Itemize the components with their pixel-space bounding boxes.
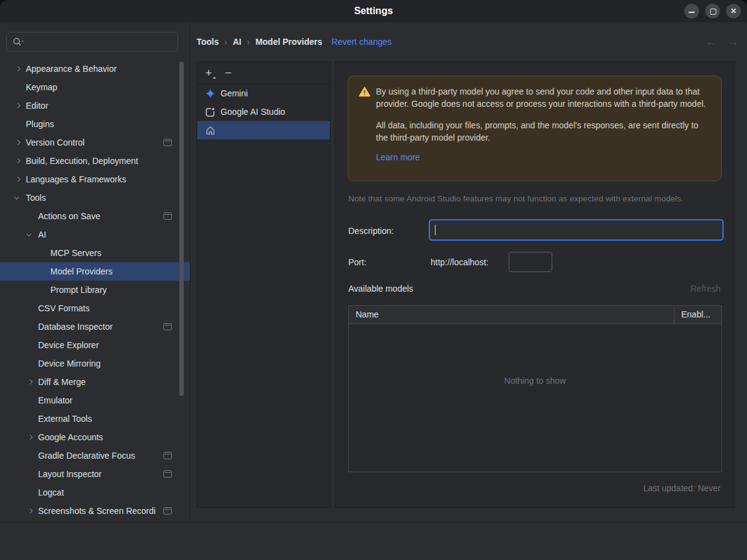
remove-provider-button[interactable]: −: [225, 67, 232, 79]
ai-studio-icon: [205, 106, 216, 117]
sidebar-item-label: Version Control: [26, 138, 163, 147]
sidebar-item-label: Emulator: [38, 395, 186, 405]
sidebar-item-keymap[interactable]: Keymap: [0, 78, 190, 96]
forward-icon[interactable]: →: [727, 36, 738, 49]
sidebar-item-label: Diff & Merge: [38, 377, 186, 387]
sidebar-item-label: External Tools: [38, 414, 186, 424]
external-models-note: Note that some Android Studio features m…: [348, 194, 684, 203]
sidebar-item-device-mirroring[interactable]: Device Mirroring: [0, 354, 190, 373]
sidebar-item-prompt-library[interactable]: Prompt Library: [0, 281, 190, 299]
sidebar-item-layout-inspector[interactable]: Layout Inspector: [0, 465, 190, 483]
sidebar-item-diff-merge[interactable]: Diff & Merge: [0, 373, 190, 391]
sidebar-item-label: Editor: [26, 101, 186, 111]
home-icon: [205, 125, 216, 136]
sidebar-item-ai[interactable]: AI: [0, 225, 190, 244]
description-label: Description:: [348, 226, 394, 236]
sidebar-item-label: MCP Servers: [50, 248, 186, 258]
available-models-label: Available models: [348, 284, 413, 294]
close-button[interactable]: [726, 4, 741, 18]
sidebar-item-languages-frameworks[interactable]: Languages & Frameworks: [0, 170, 190, 189]
search-input[interactable]: [6, 32, 178, 52]
back-icon[interactable]: ←: [705, 36, 716, 49]
chevron-right-icon[interactable]: [15, 67, 26, 71]
sidebar-item-label: Tools: [26, 193, 186, 203]
sidebar-item-model-providers[interactable]: Model Providers: [0, 262, 190, 281]
providers-list: GeminiGoogle AI Studio: [197, 84, 330, 139]
sidebar-item-csv-formats[interactable]: CSV Formats: [0, 299, 190, 317]
per-project-indicator-icon: [163, 139, 172, 146]
port-field[interactable]: [509, 252, 552, 272]
chevron-right-icon[interactable]: [15, 141, 26, 144]
providers-toolbar: + −: [197, 62, 330, 84]
chevron-right-icon[interactable]: [27, 509, 38, 513]
description-field[interactable]: [429, 219, 724, 241]
breadcrumb-item-tools[interactable]: Tools: [197, 37, 219, 47]
sidebar-item-appearance-behavior[interactable]: Appearance & Behavior: [0, 60, 190, 78]
sidebar-item-build-execution-deployment[interactable]: Build, Execution, Deployment: [0, 152, 190, 170]
chevron-right-icon[interactable]: [27, 380, 38, 384]
breadcrumb-separator: ›: [224, 37, 227, 47]
learn-more-link[interactable]: Learn more: [376, 151, 420, 163]
settings-tree: Appearance & BehaviorKeymapEditorPlugins…: [0, 60, 190, 520]
chevron-right-icon[interactable]: [15, 104, 26, 107]
chevron-right-icon[interactable]: [15, 159, 26, 163]
sidebar-item-label: Keymap: [26, 82, 186, 92]
provider-item-google-ai-studio[interactable]: Google AI Studio: [197, 103, 330, 121]
per-project-indicator-icon: [163, 323, 172, 330]
main-header: Tools›AI›Model ProvidersRevert changes ←…: [191, 22, 747, 61]
column-header-enabled: Enabl...: [674, 306, 721, 324]
sidebar-item-device-explorer[interactable]: Device Explorer: [0, 336, 190, 354]
port-label: Port:: [348, 257, 367, 267]
minimize-button[interactable]: [684, 4, 699, 18]
table-header: Name Enabl...: [349, 306, 721, 324]
sidebar-item-label: Appearance & Behavior: [26, 64, 186, 74]
sidebar-item-label: Screenshots & Screen Recordi: [38, 506, 163, 516]
sidebar-item-emulator[interactable]: Emulator: [0, 391, 190, 410]
add-provider-button[interactable]: +: [205, 67, 212, 79]
sidebar-item-label: Google Accounts: [38, 432, 186, 442]
text-caret: [435, 225, 436, 235]
third-party-warning-banner: By using a third-party model you agree t…: [348, 76, 722, 181]
window-controls: [684, 4, 741, 18]
last-updated-label: Last updated: Never: [643, 483, 721, 493]
chevron-down-icon[interactable]: [27, 234, 38, 236]
per-project-indicator-icon: [163, 470, 172, 478]
sidebar-item-actions-on-save[interactable]: Actions on Save: [0, 207, 190, 225]
sidebar-item-label: Build, Execution, Deployment: [26, 156, 186, 166]
warning-paragraph-2: All data, including your files, prompts,…: [376, 119, 713, 144]
gemini-icon: [205, 88, 216, 99]
sidebar-item-google-accounts[interactable]: Google Accounts: [0, 428, 190, 446]
sidebar-item-plugins[interactable]: Plugins: [0, 115, 190, 133]
provider-item-new[interactable]: [197, 121, 330, 139]
sidebar-item-external-tools[interactable]: External Tools: [0, 410, 190, 428]
sidebar-item-screenshots-screen-recordi[interactable]: Screenshots & Screen Recordi: [0, 502, 190, 520]
sidebar-item-database-inspector[interactable]: Database Inspector: [0, 317, 190, 336]
revert-changes-link[interactable]: Revert changes: [332, 37, 392, 47]
breadcrumb-item-ai[interactable]: AI: [233, 37, 241, 47]
sidebar-scrollbar[interactable]: [179, 61, 184, 396]
sidebar-item-label: AI: [38, 230, 186, 239]
sidebar-item-label: Actions on Save: [38, 211, 163, 221]
maximize-button[interactable]: [705, 4, 720, 18]
sidebar-item-version-control[interactable]: Version Control: [0, 133, 190, 152]
minus-icon: −: [225, 66, 232, 79]
chevron-down-icon[interactable]: [15, 197, 26, 199]
sidebar-item-gradle-declarative-focus[interactable]: Gradle Declarative Focus: [0, 446, 190, 465]
provider-item-label: Google AI Studio: [221, 107, 285, 117]
titlebar[interactable]: Settings: [0, 0, 747, 22]
chevron-right-icon[interactable]: [27, 435, 38, 439]
column-header-name: Name: [349, 306, 674, 324]
available-models-table: Name Enabl... Nothing to show: [348, 305, 722, 472]
chevron-right-icon[interactable]: [15, 177, 26, 181]
warning-text: By using a third-party model you agree t…: [376, 85, 713, 163]
per-project-indicator-icon: [163, 507, 172, 515]
provider-item-gemini[interactable]: Gemini: [197, 84, 330, 103]
sidebar-item-editor[interactable]: Editor: [0, 96, 190, 115]
sidebar-item-label: Model Providers: [50, 266, 186, 276]
refresh-button[interactable]: Refresh: [690, 284, 721, 294]
sidebar-item-logcat[interactable]: Logcat: [0, 483, 190, 502]
sidebar-item-label: Layout Inspector: [38, 469, 163, 479]
sidebar-item-tools[interactable]: Tools: [0, 189, 190, 207]
sidebar-item-mcp-servers[interactable]: MCP Servers: [0, 244, 190, 262]
breadcrumb-item-model-providers[interactable]: Model Providers: [256, 37, 323, 47]
